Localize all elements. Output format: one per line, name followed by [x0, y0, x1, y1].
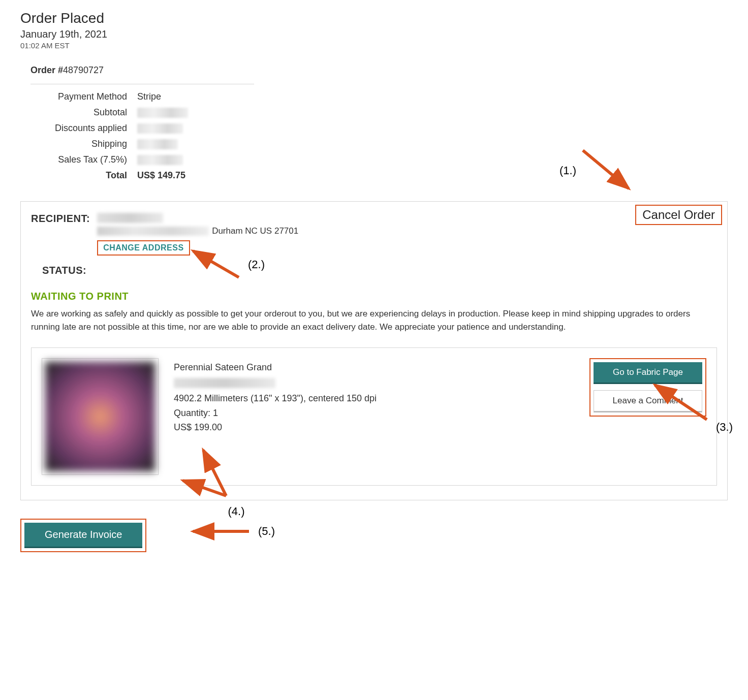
- subtotal-label: Subtotal: [30, 107, 137, 118]
- redacted-recipient-name: [97, 213, 163, 223]
- generate-invoice-highlight: Generate Invoice: [20, 519, 146, 552]
- recipient-block: Durham NC US 27701 CHANGE ADDRESS: [97, 213, 298, 256]
- shipping-label: Shipping: [30, 139, 137, 149]
- item-price: US$ 199.00: [174, 420, 706, 435]
- generate-invoice-button[interactable]: Generate Invoice: [24, 523, 142, 548]
- redacted-thumbnail-image: [45, 362, 155, 471]
- recipient-label: RECIPIENT:: [31, 213, 90, 225]
- row-discounts: Discounts applied: [30, 123, 254, 134]
- leave-comment-button[interactable]: Leave a Comment: [594, 390, 702, 412]
- row-sales-tax: Sales Tax (7.5%): [30, 154, 254, 165]
- status-value: WAITING TO PRINT: [31, 291, 717, 302]
- cancel-order-button[interactable]: Cancel Order: [635, 205, 722, 225]
- row-payment-method: Payment Method Stripe: [30, 91, 254, 102]
- total-label: Total: [30, 170, 137, 181]
- status-description: We are working as safely and quickly as …: [31, 307, 717, 333]
- order-date: January 19th, 2021: [20, 28, 728, 40]
- total-value: US$ 149.75: [137, 170, 185, 181]
- item-actions: Go to Fabric Page Leave a Comment: [589, 358, 706, 417]
- divider: [30, 84, 254, 84]
- redacted-value: [137, 123, 183, 134]
- change-address-button[interactable]: CHANGE ADDRESS: [97, 240, 190, 256]
- row-total: Total US$ 149.75: [30, 170, 254, 181]
- order-summary: Order #48790727 Payment Method Stripe Su…: [30, 65, 254, 181]
- status-label: STATUS:: [42, 265, 717, 276]
- redacted-value: [137, 108, 188, 118]
- redacted-value: [137, 139, 178, 149]
- line-item-card: Perennial Sateen Grand 4902.2 Millimeter…: [31, 347, 717, 486]
- row-subtotal: Subtotal: [30, 107, 254, 118]
- order-number-row: Order #48790727: [30, 65, 254, 76]
- go-to-fabric-button[interactable]: Go to Fabric Page: [594, 362, 702, 384]
- order-number-label: Order #: [30, 65, 63, 75]
- order-details-panel: Cancel Order RECIPIENT: Durham NC US 277…: [20, 201, 728, 500]
- redacted-item-detail: [174, 378, 275, 388]
- arrow-icon: [580, 145, 636, 196]
- payment-method-value: Stripe: [137, 91, 161, 102]
- recipient-address-suffix: Durham NC US 27701: [212, 226, 298, 236]
- redacted-recipient-address: [97, 227, 209, 236]
- recipient-row: RECIPIENT: Durham NC US 27701 CHANGE ADD…: [31, 213, 717, 256]
- annotation-1-label: (1.): [559, 164, 576, 177]
- order-time: 01:02 AM EST: [20, 41, 728, 50]
- tax-label: Sales Tax (7.5%): [30, 154, 137, 165]
- annotation-5: (5.): [188, 524, 275, 539]
- item-thumbnail: [42, 358, 159, 475]
- order-number-value: 48790727: [63, 65, 104, 75]
- discounts-label: Discounts applied: [30, 123, 137, 134]
- annotation-4-label: (4.): [228, 505, 245, 518]
- redacted-value: [137, 155, 183, 165]
- arrow-icon: [188, 524, 254, 539]
- annotation-1: (1.): [559, 145, 636, 196]
- page-title: Order Placed: [20, 10, 728, 26]
- payment-method-label: Payment Method: [30, 91, 137, 102]
- row-shipping: Shipping: [30, 139, 254, 149]
- annotation-5-label: (5.): [258, 525, 275, 538]
